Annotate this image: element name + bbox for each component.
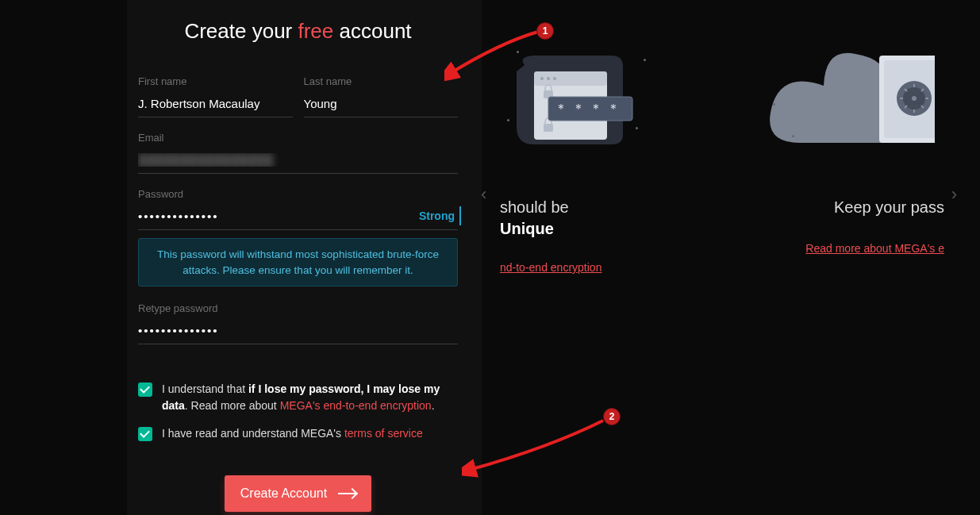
encryption-link[interactable]: MEGA's end-to-end encryption bbox=[280, 399, 432, 412]
create-account-button[interactable]: Create Account bbox=[225, 475, 371, 512]
annotation-marker-2: 2 bbox=[603, 408, 621, 425]
consent-tos-checkbox[interactable] bbox=[138, 427, 152, 441]
carousel-card-safe: Keep your pass Read more about MEGA's e bbox=[758, 48, 944, 275]
email-field[interactable] bbox=[138, 148, 458, 174]
last-name-label: Last name bbox=[304, 75, 459, 87]
svg-rect-6 bbox=[544, 124, 553, 132]
last-name-input[interactable] bbox=[304, 92, 459, 117]
consent-data-loss-row: I understand that if I lose my password,… bbox=[138, 381, 458, 414]
password-label: Password bbox=[138, 188, 458, 200]
signup-form-panel: Create your free account First name Last… bbox=[127, 0, 482, 515]
retype-field-wrap: Retype password bbox=[138, 302, 458, 344]
chevron-right-icon[interactable]: › bbox=[951, 184, 957, 205]
consent2-pre: I have read and understand MEGA's bbox=[162, 427, 344, 440]
annotation-arrow-2 bbox=[462, 416, 613, 479]
svg-point-13 bbox=[912, 96, 917, 101]
first-name-field: First name bbox=[138, 75, 293, 117]
retype-password-input[interactable] bbox=[138, 319, 458, 344]
title-pre: Create your bbox=[184, 19, 298, 43]
title-highlight: free bbox=[298, 19, 333, 43]
card1-line2: Unique bbox=[500, 220, 686, 238]
card2-line1: Keep your pass bbox=[758, 198, 944, 217]
svg-point-4 bbox=[553, 77, 556, 80]
svg-rect-1 bbox=[534, 71, 607, 86]
password-strength: Strong bbox=[419, 209, 455, 222]
info-carousel: ‹ ＊＊＊＊ should be Unique n bbox=[500, 48, 944, 275]
retype-label: Retype password bbox=[138, 302, 458, 314]
vault-illustration bbox=[768, 48, 935, 159]
chevron-left-icon[interactable]: ‹ bbox=[481, 184, 486, 205]
carousel-card-unique: ＊＊＊＊ should be Unique nd-to-end encrypti… bbox=[500, 48, 686, 275]
card2-link[interactable]: Read more about MEGA's e bbox=[805, 242, 944, 255]
card1-link[interactable]: nd-to-end encryption bbox=[500, 261, 601, 274]
svg-text:＊＊＊＊: ＊＊＊＊ bbox=[555, 101, 625, 116]
consent1-pre: I understand that bbox=[162, 382, 248, 395]
tos-link[interactable]: terms of service bbox=[344, 427, 423, 440]
password-card-illustration: ＊＊＊＊ bbox=[510, 48, 677, 159]
consent-tos-row: I have read and understand MEGA's terms … bbox=[138, 425, 458, 442]
password-tip: This password will withstand most sophis… bbox=[138, 238, 458, 286]
arrow-right-icon bbox=[338, 493, 355, 494]
title-post: account bbox=[333, 19, 411, 43]
annotation-marker-1: 1 bbox=[536, 22, 554, 40]
email-label: Email bbox=[138, 132, 458, 144]
svg-point-2 bbox=[540, 77, 544, 80]
last-name-field: Last name bbox=[304, 75, 459, 117]
consent1-post: . bbox=[432, 399, 435, 412]
password-field-wrap: Password Strong bbox=[138, 188, 458, 230]
svg-point-3 bbox=[547, 77, 550, 80]
consent-data-loss-checkbox[interactable] bbox=[138, 382, 152, 397]
page-title: Create your free account bbox=[138, 19, 458, 44]
password-input[interactable] bbox=[138, 205, 458, 230]
first-name-input[interactable] bbox=[138, 92, 293, 117]
first-name-label: First name bbox=[138, 75, 293, 87]
email-field-wrap: Email bbox=[138, 132, 458, 174]
password-strength-bar bbox=[459, 206, 461, 225]
card1-line1: should be bbox=[500, 198, 686, 217]
consent1-mid: . Read more about bbox=[185, 399, 280, 412]
create-button-label: Create Account bbox=[240, 486, 327, 501]
